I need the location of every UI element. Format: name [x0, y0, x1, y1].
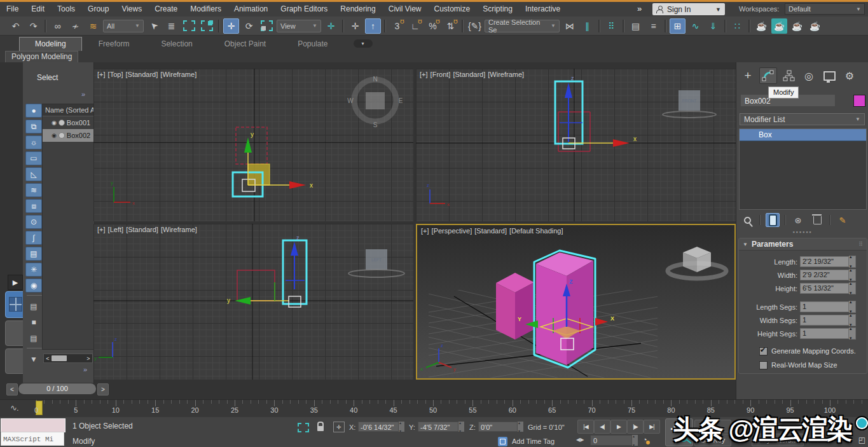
- menu-animation[interactable]: Animation: [228, 2, 274, 17]
- select-and-manipulate-icon[interactable]: ✛: [347, 18, 363, 34]
- list-item[interactable]: ◉ Box001: [43, 116, 94, 129]
- display-cameras-icon[interactable]: ▭: [25, 151, 42, 165]
- menu-interactive[interactable]: Interactive: [519, 2, 567, 17]
- bind-to-space-warp-icon[interactable]: ≋: [85, 18, 101, 34]
- maxscript-mini-listener-pink[interactable]: [1, 418, 65, 432]
- align-icon[interactable]: ∥: [579, 18, 595, 34]
- viewport-left[interactable]: [+] [Left] [Standard] [Wireframe] y z LE…: [93, 224, 413, 380]
- orbit-icon[interactable]: ♁: [842, 434, 854, 445]
- ribbon-tab-populate[interactable]: Populate: [282, 38, 343, 51]
- add-time-tag[interactable]: Add Time Tag: [512, 437, 555, 445]
- param-value-field[interactable]: 2'2 19/32": [800, 256, 849, 267]
- display-lights-icon[interactable]: ☼: [25, 135, 42, 149]
- frame-step-arrows-icon[interactable]: ◀▶: [576, 437, 584, 443]
- mirror-icon[interactable]: ⋈: [561, 18, 577, 34]
- rendered-frame-icon[interactable]: ☕: [789, 18, 805, 34]
- viewport-name[interactable]: [Perspective]: [432, 227, 472, 235]
- maxscript-mini-listener[interactable]: MAXScript Mi: [1, 432, 64, 446]
- selection-filter-select[interactable]: All▼: [103, 20, 144, 32]
- explorer-horizontal-scrollbar[interactable]: < >: [43, 354, 93, 363]
- z-spinner[interactable]: [517, 422, 523, 432]
- menu-customize[interactable]: Customize: [428, 2, 477, 17]
- key-filters-button[interactable]: Key Filters...: [752, 434, 804, 446]
- checkbox-checked[interactable]: [759, 347, 768, 355]
- display-geometry-icon[interactable]: ●: [25, 104, 42, 118]
- viewport-menu-plus[interactable]: [+]: [421, 227, 429, 235]
- render-production-icon[interactable]: ☕: [807, 18, 823, 34]
- layer-explorer-icon[interactable]: ▤: [628, 18, 644, 34]
- scroll-left-icon[interactable]: <: [44, 355, 52, 362]
- maximize-viewport-icon[interactable]: ◰: [856, 434, 868, 445]
- pan-hand-icon[interactable]: ☛: [828, 434, 840, 445]
- param-value-field[interactable]: 1: [800, 328, 849, 339]
- manage-layers-icon[interactable]: ≡: [645, 18, 661, 34]
- remove-modifier-icon[interactable]: [810, 213, 824, 227]
- next-frame-icon[interactable]: |▶: [627, 420, 644, 434]
- param-value-field[interactable]: 2'9 2/32": [800, 270, 849, 280]
- tab-hierarchy[interactable]: [780, 67, 797, 84]
- previous-frame-button[interactable]: <: [6, 383, 18, 395]
- tab-utilities[interactable]: ⚙: [841, 67, 858, 84]
- make-unique-icon[interactable]: ⊛: [791, 213, 805, 227]
- current-frame-field[interactable]: 0: [590, 435, 637, 446]
- show-end-result-icon[interactable]: [766, 213, 780, 227]
- viewport-menu-plus[interactable]: [+]: [420, 71, 428, 78]
- menu-overflow-chevron[interactable]: »: [637, 4, 642, 13]
- menu-civil-view[interactable]: Civil View: [382, 2, 428, 17]
- blank-view-icon[interactable]: ■: [25, 315, 42, 329]
- go-to-end-icon[interactable]: ▶|: [644, 420, 660, 434]
- modifier-stack[interactable]: Box: [739, 128, 867, 210]
- select-object-icon[interactable]: ➤: [146, 18, 162, 34]
- scrollbar-thumb[interactable]: [52, 355, 67, 361]
- param-spinner[interactable]: [849, 269, 856, 281]
- display-frozen-icon[interactable]: ▤: [25, 247, 42, 261]
- modifier-list-dropdown[interactable]: Modifier List ▼: [740, 113, 865, 125]
- named-selection-sets-select[interactable]: Create Selection Se▼: [485, 20, 560, 32]
- snaps-toggle-icon[interactable]: 3Ω: [389, 18, 405, 34]
- viewport-name[interactable]: [Front]: [431, 71, 451, 78]
- x-coord-field[interactable]: -0'6 14/32": [358, 422, 404, 432]
- tab-display[interactable]: [820, 67, 838, 84]
- menu-modifiers[interactable]: Modifiers: [184, 2, 228, 17]
- explorer-column-header[interactable]: Name (Sorted A: [43, 104, 94, 116]
- x-spinner[interactable]: [398, 422, 404, 432]
- set-keys-button[interactable]: +: [665, 418, 693, 446]
- eye-icon[interactable]: ◉: [52, 132, 57, 139]
- go-to-start-icon[interactable]: |◀: [577, 420, 594, 434]
- explorer-chevron[interactable]: »: [81, 90, 85, 98]
- auto-key-button[interactable]: [694, 420, 731, 432]
- select-and-rotate-icon[interactable]: ⟳: [241, 18, 257, 34]
- tab-modify[interactable]: [759, 67, 777, 84]
- percent-snap-toggle-icon[interactable]: %Ω: [425, 18, 441, 34]
- render-setup-icon[interactable]: ☕: [771, 18, 787, 34]
- angle-snap-toggle-icon[interactable]: ∟Ω: [407, 18, 423, 34]
- ribbon-toggle-icon[interactable]: ⊞: [670, 18, 685, 34]
- note-view-icon[interactable]: ▤: [25, 331, 42, 345]
- y-spinner[interactable]: [458, 422, 464, 432]
- viewport-top[interactable]: [+] [Top] [Standard] [Wireframe] TOP N W…: [93, 69, 413, 221]
- viewport-shading[interactable]: [Wireframe]: [160, 71, 196, 78]
- selection-lock-icon[interactable]: [317, 426, 324, 431]
- z-coord-field[interactable]: 0'0": [478, 422, 523, 432]
- frame-spinner[interactable]: [631, 435, 638, 446]
- default-tangents-icon[interactable]: ∿: [734, 434, 747, 445]
- viewport-perspective-active[interactable]: [+] [Perspective] [Standard] [Default Sh…: [416, 224, 736, 380]
- viewport-renderer[interactable]: [Standard]: [474, 227, 507, 235]
- configure-modifier-sets-icon[interactable]: ✎: [836, 213, 850, 227]
- viewport-name[interactable]: [Left]: [108, 226, 123, 233]
- reference-coordinate-system-select[interactable]: View▼: [277, 20, 321, 32]
- viewport-shading[interactable]: [Wireframe]: [488, 71, 524, 78]
- viewport-renderer[interactable]: [Standard]: [126, 226, 158, 233]
- sign-in-button[interactable]: Sign In ▼: [652, 3, 725, 15]
- material-editor-icon[interactable]: ☕: [754, 18, 769, 34]
- schematic-view-icon[interactable]: ⇓: [705, 18, 721, 34]
- display-visibility-icon[interactable]: ◉: [25, 279, 42, 292]
- ribbon-tab-modeling[interactable]: Modeling: [19, 37, 82, 51]
- viewport-menu-plus[interactable]: [+]: [97, 71, 106, 78]
- ribbon-tab-object-paint[interactable]: Object Paint: [209, 38, 281, 51]
- display-helpers-icon[interactable]: ◺: [25, 167, 42, 181]
- menu-tools[interactable]: Tools: [51, 2, 81, 17]
- stack-row-box[interactable]: Box: [740, 129, 866, 141]
- param-value-field[interactable]: 1: [800, 301, 849, 312]
- previous-frame-icon[interactable]: ◀|: [594, 420, 610, 434]
